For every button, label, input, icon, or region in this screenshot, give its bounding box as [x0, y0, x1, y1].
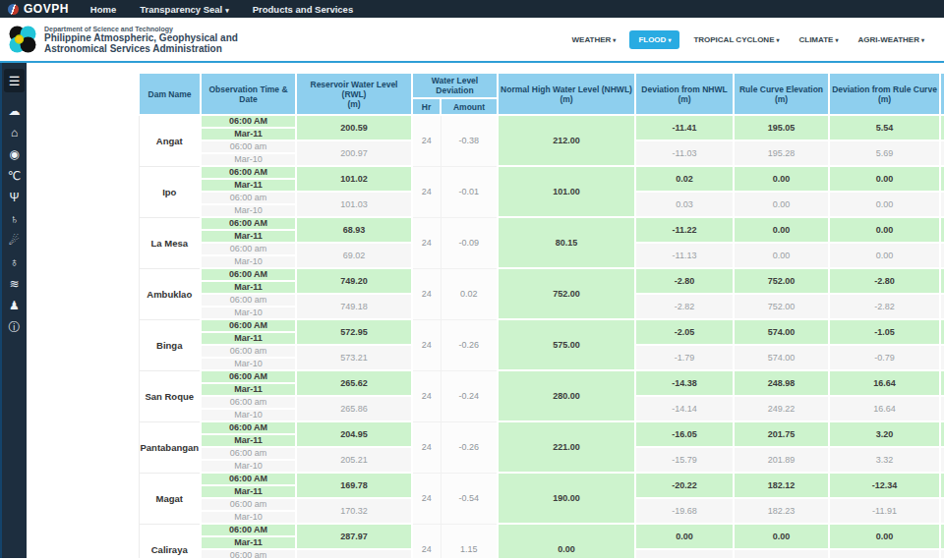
masthead: Department of Science and Technology Phi…: [0, 18, 944, 63]
obs-time-prev-cell: 06:00 am: [201, 549, 296, 558]
nav-item-agri-weather[interactable]: AGRI-WEATHER▾: [852, 31, 930, 48]
dev-nhwl-prev-cell: -11.03: [635, 140, 734, 166]
flood-icon[interactable]: ⌂: [11, 127, 18, 139]
rwl-current-cell: 169.78: [296, 473, 412, 498]
dev-rule-curve-current-cell: -1.05: [829, 319, 940, 345]
dev-rule-curve-prev-cell: 0.00: [829, 549, 940, 558]
weather-icon[interactable]: ☁: [9, 105, 21, 117]
agriculture-icon[interactable]: Ψ: [9, 192, 19, 203]
rule-curve-current-cell: 0.00: [734, 166, 829, 192]
hr-cell: 24: [412, 166, 441, 217]
obs-time-current-cell: 06:00 AM: [201, 473, 296, 485]
amount-cell: -0.54: [441, 473, 498, 524]
dev-rule-curve-prev-cell: 0.00: [829, 192, 940, 217]
dam-name-cell: Binga: [139, 319, 201, 370]
obs-time-prev-cell: 06:00 am: [201, 396, 296, 409]
obs-date-prev-cell: Mar-10: [201, 307, 296, 319]
rule-curve-current-cell: 201.75: [734, 421, 829, 447]
cutoff-cell: [940, 549, 944, 558]
hr-cell: 24: [412, 319, 441, 370]
cutoff-cell: [940, 524, 944, 549]
dev-nhwl-prev-cell: -15.79: [635, 447, 734, 473]
col-cutoff: [940, 73, 944, 115]
dev-rule-curve-prev-cell: 0.00: [829, 243, 940, 268]
obs-time-current-cell: 06:00 AM: [201, 115, 296, 128]
rule-curve-prev-cell: 249.22: [734, 396, 829, 421]
cutoff-cell: [940, 396, 944, 421]
dam-table-header: Dam Name Observation Time & Date Reservo…: [139, 73, 944, 115]
obs-date-current-cell: Mar-11: [201, 230, 296, 243]
cutoff-cell: [940, 166, 944, 192]
nhwl-cell: 752.00: [498, 268, 635, 319]
dev-rule-curve-current-cell: 3.20: [829, 421, 940, 447]
hr-cell: 24: [412, 370, 441, 421]
dam-name-cell: Ambuklao: [139, 268, 201, 319]
cutoff-cell: [940, 319, 944, 345]
gov-menu-item[interactable]: Home: [90, 4, 116, 15]
nav-item-climate[interactable]: CLIMATE▾: [793, 31, 844, 48]
dev-nhwl-prev-cell: -14.14: [635, 396, 734, 421]
nhwl-cell: 0.00: [498, 524, 635, 558]
thermometer-icon[interactable]: ℃: [8, 170, 21, 182]
gov-menu-item[interactable]: Products and Services: [253, 4, 353, 15]
col-nhwl: Normal High Water Level (NHWL)(m): [498, 73, 635, 115]
nhwl-cell: 101.00: [498, 166, 635, 217]
menu-icon[interactable]: ☰: [4, 69, 25, 92]
hr-cell: 24: [412, 473, 441, 524]
cutoff-cell: [940, 192, 944, 217]
dev-nhwl-prev-cell: -1.79: [635, 345, 734, 370]
dev-nhwl-current-cell: -16.05: [635, 421, 734, 447]
obs-date-prev-cell: Mar-10: [201, 255, 296, 268]
nav-item-weather[interactable]: WEATHER▾: [566, 31, 622, 48]
main-nav: WEATHER▾FLOOD▾TROPICAL CYCLONE▾CLIMATE▾A…: [566, 30, 931, 49]
cutoff-cell: [940, 115, 944, 140]
info-icon[interactable]: ⓘ: [9, 321, 21, 333]
obs-time-prev-cell: 06:00 am: [201, 498, 296, 511]
amount-cell: -0.24: [441, 370, 498, 421]
typhoon-icon[interactable]: ◉: [9, 148, 19, 160]
nav-item-tropical-cyclone[interactable]: TROPICAL CYCLONE▾: [687, 31, 785, 48]
gov-menu-item[interactable]: Transparency Seal▾: [140, 4, 228, 15]
caret-down-icon: ▾: [921, 37, 924, 43]
dev-rule-curve-prev-cell: -2.82: [829, 294, 940, 319]
agency-name-line1: Philippine Atmospheric, Geophysical and: [44, 32, 238, 43]
dev-nhwl-current-cell: 0.02: [635, 166, 734, 192]
obs-time-prev-cell: 06:00 am: [201, 140, 296, 153]
rwl-current-cell: 204.95: [296, 421, 412, 447]
earth-care-icon[interactable]: ♁: [10, 256, 19, 268]
obs-time-current-cell: 06:00 AM: [201, 370, 296, 383]
rule-curve-current-cell: 0.00: [734, 524, 829, 549]
dev-nhwl-current-cell: -11.22: [635, 217, 734, 243]
cutoff-cell: [940, 140, 944, 166]
department-label: Department of Science and Technology: [44, 26, 238, 32]
dev-nhwl-current-cell: -14.38: [635, 370, 734, 396]
satellite-icon[interactable]: ☄: [9, 235, 20, 247]
dev-rule-curve-current-cell: 0.00: [829, 524, 940, 549]
caret-down-icon: ▾: [668, 37, 671, 43]
dev-rule-curve-current-cell: 0.00: [829, 166, 940, 192]
dev-rule-curve-prev-cell: -11.91: [829, 498, 940, 524]
rule-curve-current-cell: 752.00: [734, 268, 829, 294]
dam-water-icon[interactable]: ≋: [9, 278, 19, 290]
obs-time-current-cell: 06:00 AM: [201, 421, 296, 434]
nhwl-cell: 212.00: [498, 115, 635, 166]
cutoff-cell: [940, 421, 944, 447]
col-rule-curve: Rule Curve Elevation(m): [734, 73, 829, 115]
obs-date-current-cell: Mar-11: [201, 383, 296, 396]
obs-time-current-cell: 06:00 AM: [201, 217, 296, 230]
rwl-prev-cell: 573.21: [296, 345, 412, 370]
cutoff-cell: [940, 370, 944, 396]
caret-down-icon: ▾: [776, 37, 779, 43]
dev-rule-curve-prev-cell: 5.69: [829, 140, 940, 166]
dev-rule-curve-current-cell: 5.54: [829, 115, 940, 140]
astronomy-icon[interactable]: ♄: [10, 213, 19, 225]
pagasa-logo[interactable]: [8, 25, 37, 54]
govph-brand[interactable]: GOVPH: [8, 2, 69, 16]
dam-table-wrap: Dam Name Observation Time & Date Reservo…: [138, 72, 944, 558]
person-badge-icon[interactable]: ♟: [9, 300, 20, 311]
rwl-prev-cell: 101.03: [296, 192, 412, 217]
amount-cell: 1.15: [441, 524, 498, 558]
rule-curve-prev-cell: 195.28: [734, 140, 829, 166]
nav-item-flood[interactable]: FLOOD▾: [629, 30, 679, 49]
obs-date-current-cell: Mar-11: [201, 281, 296, 294]
